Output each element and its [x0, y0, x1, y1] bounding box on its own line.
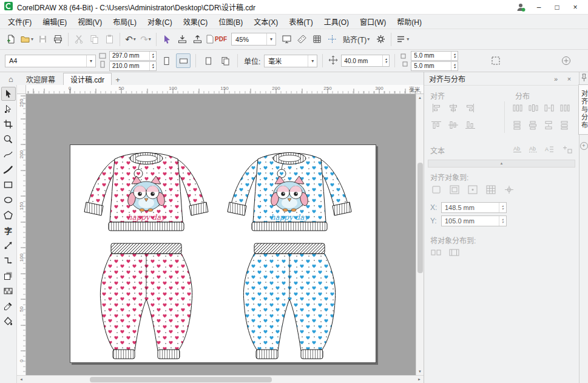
text-bounding-box-button[interactable]: A — [542, 143, 556, 156]
transparency-tool[interactable] — [1, 284, 16, 298]
close-button[interactable]: × — [566, 1, 584, 13]
align-center-vertical-button[interactable] — [446, 118, 461, 132]
publish-pdf-button[interactable]: PDF — [205, 32, 228, 47]
menu-window[interactable]: 窗口(W) — [354, 15, 391, 29]
chevron-down-icon[interactable]: ▾ — [31, 36, 33, 42]
align-to-specified-point-button[interactable] — [502, 183, 516, 196]
landscape-button[interactable] — [176, 53, 191, 68]
crop-tool[interactable] — [1, 117, 16, 131]
tab-welcome-screen[interactable]: 欢迎屏幕 — [19, 73, 63, 85]
page-size-select[interactable]: A4 ▾ — [5, 55, 96, 67]
specify-point-icon[interactable] — [560, 143, 575, 156]
menu-table[interactable]: 表格(T) — [283, 15, 318, 29]
distribute-center-vertical-button[interactable] — [526, 118, 541, 132]
chevron-down-icon[interactable]: ▾ — [86, 55, 95, 67]
chevron-down-icon[interactable]: ▾ — [266, 33, 275, 45]
chevron-down-icon[interactable]: ▾ — [367, 36, 370, 42]
horizontal-scroll-thumb[interactable] — [90, 377, 272, 382]
search-content-button[interactable] — [160, 32, 174, 47]
scroll-up-icon[interactable]: ▲ — [416, 94, 424, 101]
polygon-tool[interactable] — [1, 208, 16, 222]
x-coordinate-field[interactable]: 148.5 mm ▴▾ — [441, 202, 507, 213]
spinner-buttons[interactable]: ▴▾ — [451, 52, 458, 60]
eyedropper-tool[interactable] — [1, 299, 16, 313]
import-button[interactable] — [175, 32, 189, 47]
horizontal-ruler[interactable]: 0 50 100 150 200 250 300 毫米 — [26, 85, 424, 94]
vertical-scrollbar[interactable]: ▲ ▼ — [416, 94, 424, 375]
export-button[interactable] — [190, 32, 204, 47]
quick-customize-icon[interactable]: + — [580, 142, 588, 150]
artistic-media-tool[interactable] — [1, 163, 16, 177]
print-button[interactable] — [50, 32, 65, 47]
y-coordinate-field[interactable]: 105.0 mm ▴▾ — [441, 215, 507, 226]
duplicate-y-field[interactable]: 5.0 mm▴▾ — [411, 61, 458, 71]
scroll-right-icon[interactable]: ► — [415, 376, 424, 383]
vertical-ruler[interactable]: 250 200 150 100 50 0 — [17, 94, 26, 375]
new-document-button[interactable] — [4, 32, 18, 47]
spinner-buttons[interactable]: ▴▾ — [451, 62, 458, 70]
chevron-down-icon[interactable]: ▾ — [133, 36, 136, 42]
align-center-horizontal-button[interactable] — [446, 101, 461, 115]
distribute-bottom-button[interactable] — [558, 118, 572, 132]
dimension-tool[interactable] — [1, 239, 16, 253]
save-button[interactable] — [35, 32, 50, 47]
quick-customize-button[interactable] — [559, 53, 573, 68]
distribute-to-page-button[interactable] — [447, 246, 462, 259]
spinner-buttons[interactable]: ▴▾ — [499, 203, 506, 212]
workspace-menu-button[interactable]: ▾ — [394, 32, 410, 47]
menu-text[interactable]: 文本(X) — [248, 15, 283, 29]
minimize-button[interactable]: – — [530, 1, 548, 13]
fullscreen-preview-button[interactable] — [279, 32, 294, 47]
menu-view[interactable]: 视图(V) — [72, 15, 107, 29]
align-to-page-edge-button[interactable] — [447, 183, 462, 196]
ruler-origin-corner[interactable] — [17, 85, 26, 94]
interactive-fill-tool[interactable] — [1, 314, 16, 328]
chevron-down-icon[interactable]: ▾ — [407, 36, 409, 42]
home-icon[interactable]: ⌂ — [4, 73, 18, 85]
menu-effects[interactable]: 效果(C) — [178, 15, 214, 29]
nudge-offset-field[interactable]: 40.0 mm▴▾ — [341, 55, 390, 67]
maximize-button[interactable]: □ — [548, 1, 566, 13]
page-border-button[interactable] — [488, 53, 503, 68]
menu-layout[interactable]: 布局(L) — [107, 15, 142, 29]
ellipse-tool[interactable] — [1, 193, 16, 207]
pick-tool[interactable] — [1, 87, 16, 101]
copy-button[interactable] — [87, 32, 101, 47]
docker-close-icon[interactable]: × — [564, 75, 574, 83]
docker-tab-align-distribute[interactable]: 对齐与分布 — [578, 84, 588, 135]
spinner-buttons[interactable]: ▴▾ — [149, 62, 156, 70]
menu-bitmaps[interactable]: 位图(B) — [213, 15, 248, 29]
drawing-canvas[interactable]: happy day — [26, 94, 416, 375]
rectangle-tool[interactable] — [1, 178, 16, 192]
account-icon[interactable] — [512, 1, 530, 13]
text-tool[interactable]: 字 — [1, 223, 16, 237]
duplicate-x-field[interactable]: 5.0 mm▴▾ — [411, 51, 458, 61]
page[interactable]: happy day — [70, 144, 376, 363]
distribute-center-horizontal-button[interactable] — [526, 101, 541, 115]
spinner-buttons[interactable]: ▴▾ — [499, 216, 506, 226]
page-width-field[interactable]: 297.0 mm▴▾ — [109, 51, 157, 61]
current-page-button[interactable] — [201, 53, 215, 68]
align-top-button[interactable] — [429, 118, 444, 132]
redo-button[interactable]: ↷▾ — [138, 32, 153, 47]
open-button[interactable]: ▾ — [19, 32, 35, 47]
align-bottom-button[interactable] — [463, 118, 478, 132]
menu-edit[interactable]: 编辑(E) — [37, 15, 72, 29]
align-to-active-object-button[interactable] — [429, 183, 444, 196]
align-right-button[interactable] — [463, 101, 478, 115]
menu-file[interactable]: 文件(F) — [2, 15, 37, 29]
distribute-to-selection-button[interactable] — [429, 246, 444, 259]
tab-document[interactable]: 设计稿.cdr — [63, 73, 112, 85]
distribute-spacing-horizontal-button[interactable] — [542, 101, 556, 115]
distribute-top-button[interactable] — [510, 118, 525, 132]
spinner-buttons[interactable]: ▴▾ — [149, 52, 156, 60]
show-rulers-button[interactable] — [294, 32, 309, 47]
show-guidelines-button[interactable] — [325, 32, 339, 47]
menu-help[interactable]: 帮助(H) — [391, 15, 427, 29]
spinner-buttons[interactable]: ▴▾ — [382, 55, 389, 66]
horizontal-scrollbar[interactable]: ◄ ► — [17, 375, 424, 383]
options-gear-button[interactable] — [373, 32, 388, 47]
vertical-scroll-thumb[interactable] — [417, 163, 423, 273]
distribute-spacing-vertical-button[interactable] — [542, 118, 556, 132]
distribute-right-button[interactable] — [558, 101, 572, 115]
